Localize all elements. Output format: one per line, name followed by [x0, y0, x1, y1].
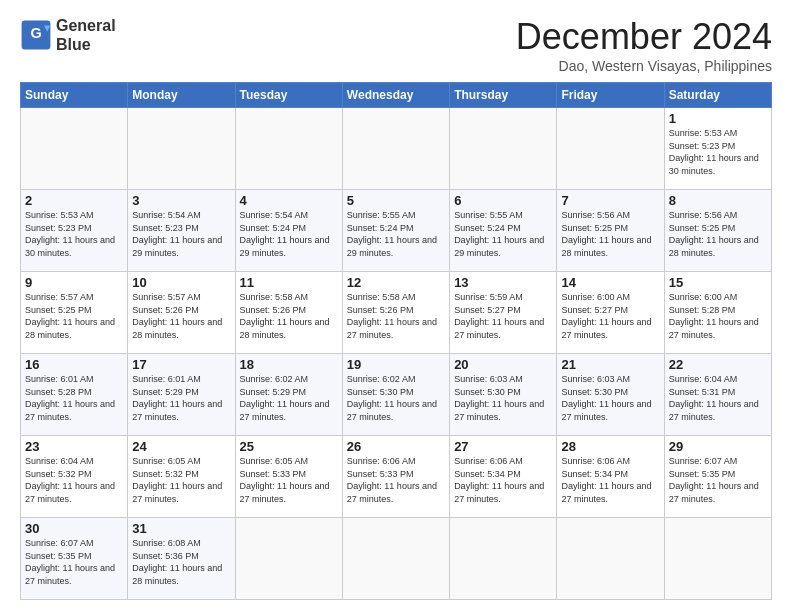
calendar-row: 23Sunrise: 6:04 AM Sunset: 5:32 PM Dayli…: [21, 436, 772, 518]
day-number: 7: [561, 193, 659, 208]
table-row: [342, 108, 449, 190]
table-row: [21, 108, 128, 190]
calendar-row: 1Sunrise: 5:53 AM Sunset: 5:23 PM Daylig…: [21, 108, 772, 190]
table-row: 30Sunrise: 6:07 AM Sunset: 5:35 PM Dayli…: [21, 518, 128, 600]
day-number: 13: [454, 275, 552, 290]
calendar-table: Sunday Monday Tuesday Wednesday Thursday…: [20, 82, 772, 600]
table-row: 2Sunrise: 5:53 AM Sunset: 5:23 PM Daylig…: [21, 190, 128, 272]
table-row: 19Sunrise: 6:02 AM Sunset: 5:30 PM Dayli…: [342, 354, 449, 436]
table-row: 25Sunrise: 6:05 AM Sunset: 5:33 PM Dayli…: [235, 436, 342, 518]
day-info: Sunrise: 6:01 AM Sunset: 5:29 PM Dayligh…: [132, 373, 230, 423]
col-saturday: Saturday: [664, 83, 771, 108]
logo-line1: General: [56, 16, 116, 35]
day-number: 25: [240, 439, 338, 454]
day-info: Sunrise: 6:06 AM Sunset: 5:34 PM Dayligh…: [561, 455, 659, 505]
table-row: [450, 518, 557, 600]
table-row: 20Sunrise: 6:03 AM Sunset: 5:30 PM Dayli…: [450, 354, 557, 436]
table-row: [235, 108, 342, 190]
location: Dao, Western Visayas, Philippines: [516, 58, 772, 74]
day-number: 31: [132, 521, 230, 536]
table-row: [450, 108, 557, 190]
calendar-row: 9Sunrise: 5:57 AM Sunset: 5:25 PM Daylig…: [21, 272, 772, 354]
table-row: 29Sunrise: 6:07 AM Sunset: 5:35 PM Dayli…: [664, 436, 771, 518]
col-friday: Friday: [557, 83, 664, 108]
day-info: Sunrise: 5:56 AM Sunset: 5:25 PM Dayligh…: [669, 209, 767, 259]
table-row: 16Sunrise: 6:01 AM Sunset: 5:28 PM Dayli…: [21, 354, 128, 436]
day-info: Sunrise: 6:02 AM Sunset: 5:30 PM Dayligh…: [347, 373, 445, 423]
logo-line2: Blue: [56, 35, 116, 54]
day-number: 5: [347, 193, 445, 208]
day-info: Sunrise: 6:08 AM Sunset: 5:36 PM Dayligh…: [132, 537, 230, 587]
table-row: 14Sunrise: 6:00 AM Sunset: 5:27 PM Dayli…: [557, 272, 664, 354]
table-row: 27Sunrise: 6:06 AM Sunset: 5:34 PM Dayli…: [450, 436, 557, 518]
calendar-row: 16Sunrise: 6:01 AM Sunset: 5:28 PM Dayli…: [21, 354, 772, 436]
table-row: 21Sunrise: 6:03 AM Sunset: 5:30 PM Dayli…: [557, 354, 664, 436]
col-thursday: Thursday: [450, 83, 557, 108]
day-number: 16: [25, 357, 123, 372]
day-info: Sunrise: 5:58 AM Sunset: 5:26 PM Dayligh…: [240, 291, 338, 341]
logo-text: General Blue: [56, 16, 116, 54]
day-info: Sunrise: 6:01 AM Sunset: 5:28 PM Dayligh…: [25, 373, 123, 423]
day-number: 6: [454, 193, 552, 208]
day-number: 21: [561, 357, 659, 372]
day-info: Sunrise: 5:56 AM Sunset: 5:25 PM Dayligh…: [561, 209, 659, 259]
calendar-row: 30Sunrise: 6:07 AM Sunset: 5:35 PM Dayli…: [21, 518, 772, 600]
day-number: 1: [669, 111, 767, 126]
day-number: 23: [25, 439, 123, 454]
table-row: 9Sunrise: 5:57 AM Sunset: 5:25 PM Daylig…: [21, 272, 128, 354]
day-number: 4: [240, 193, 338, 208]
table-row: 26Sunrise: 6:06 AM Sunset: 5:33 PM Dayli…: [342, 436, 449, 518]
table-row: 31Sunrise: 6:08 AM Sunset: 5:36 PM Dayli…: [128, 518, 235, 600]
day-info: Sunrise: 6:04 AM Sunset: 5:32 PM Dayligh…: [25, 455, 123, 505]
day-number: 28: [561, 439, 659, 454]
table-row: 17Sunrise: 6:01 AM Sunset: 5:29 PM Dayli…: [128, 354, 235, 436]
day-number: 20: [454, 357, 552, 372]
day-info: Sunrise: 6:07 AM Sunset: 5:35 PM Dayligh…: [25, 537, 123, 587]
day-info: Sunrise: 5:54 AM Sunset: 5:24 PM Dayligh…: [240, 209, 338, 259]
day-number: 30: [25, 521, 123, 536]
day-number: 9: [25, 275, 123, 290]
day-number: 3: [132, 193, 230, 208]
svg-text:G: G: [30, 25, 41, 41]
day-number: 29: [669, 439, 767, 454]
title-section: December 2024 Dao, Western Visayas, Phil…: [516, 16, 772, 74]
logo: G General Blue: [20, 16, 116, 54]
calendar-row: 2Sunrise: 5:53 AM Sunset: 5:23 PM Daylig…: [21, 190, 772, 272]
table-row: 11Sunrise: 5:58 AM Sunset: 5:26 PM Dayli…: [235, 272, 342, 354]
table-row: [664, 518, 771, 600]
day-number: 17: [132, 357, 230, 372]
logo-icon: G: [20, 19, 52, 51]
table-row: [128, 108, 235, 190]
day-number: 15: [669, 275, 767, 290]
day-info: Sunrise: 5:58 AM Sunset: 5:26 PM Dayligh…: [347, 291, 445, 341]
day-info: Sunrise: 5:59 AM Sunset: 5:27 PM Dayligh…: [454, 291, 552, 341]
day-info: Sunrise: 6:06 AM Sunset: 5:33 PM Dayligh…: [347, 455, 445, 505]
day-info: Sunrise: 5:55 AM Sunset: 5:24 PM Dayligh…: [347, 209, 445, 259]
day-info: Sunrise: 6:05 AM Sunset: 5:33 PM Dayligh…: [240, 455, 338, 505]
table-row: 12Sunrise: 5:58 AM Sunset: 5:26 PM Dayli…: [342, 272, 449, 354]
day-info: Sunrise: 5:55 AM Sunset: 5:24 PM Dayligh…: [454, 209, 552, 259]
table-row: 10Sunrise: 5:57 AM Sunset: 5:26 PM Dayli…: [128, 272, 235, 354]
day-info: Sunrise: 6:03 AM Sunset: 5:30 PM Dayligh…: [454, 373, 552, 423]
day-number: 27: [454, 439, 552, 454]
day-number: 12: [347, 275, 445, 290]
month-title: December 2024: [516, 16, 772, 58]
table-row: [557, 518, 664, 600]
day-number: 8: [669, 193, 767, 208]
col-monday: Monday: [128, 83, 235, 108]
day-info: Sunrise: 5:53 AM Sunset: 5:23 PM Dayligh…: [25, 209, 123, 259]
table-row: 3Sunrise: 5:54 AM Sunset: 5:23 PM Daylig…: [128, 190, 235, 272]
col-tuesday: Tuesday: [235, 83, 342, 108]
table-row: 23Sunrise: 6:04 AM Sunset: 5:32 PM Dayli…: [21, 436, 128, 518]
day-info: Sunrise: 6:02 AM Sunset: 5:29 PM Dayligh…: [240, 373, 338, 423]
table-row: 1Sunrise: 5:53 AM Sunset: 5:23 PM Daylig…: [664, 108, 771, 190]
day-number: 24: [132, 439, 230, 454]
day-number: 10: [132, 275, 230, 290]
table-row: [235, 518, 342, 600]
day-info: Sunrise: 5:57 AM Sunset: 5:25 PM Dayligh…: [25, 291, 123, 341]
table-row: 7Sunrise: 5:56 AM Sunset: 5:25 PM Daylig…: [557, 190, 664, 272]
day-number: 14: [561, 275, 659, 290]
table-row: [557, 108, 664, 190]
day-info: Sunrise: 5:57 AM Sunset: 5:26 PM Dayligh…: [132, 291, 230, 341]
day-info: Sunrise: 6:07 AM Sunset: 5:35 PM Dayligh…: [669, 455, 767, 505]
